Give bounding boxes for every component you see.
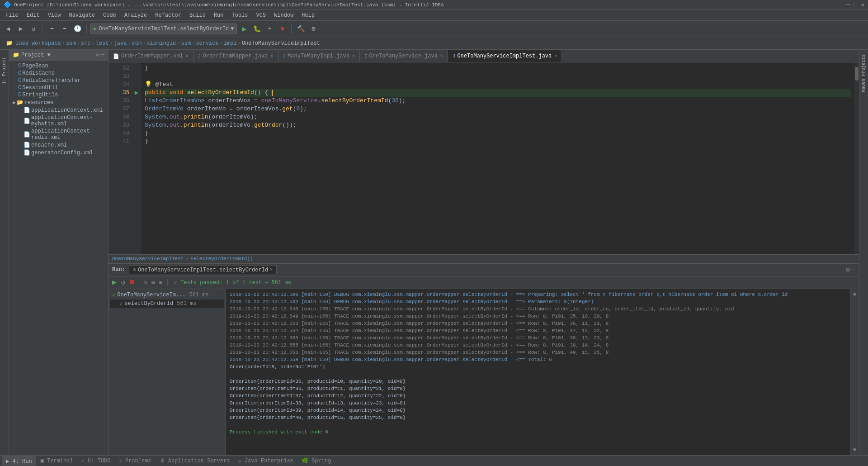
rerun-button[interactable]: ▶ bbox=[110, 278, 118, 287]
maven-tab[interactable]: Maven Projects bbox=[860, 52, 867, 95]
tree-resources[interactable]: ▶ 📂 resources bbox=[9, 99, 108, 106]
tab-close-3[interactable]: × bbox=[352, 54, 355, 59]
project-icon: 📁 bbox=[4, 38, 14, 49]
tree-rediscache[interactable]: C RedisCache bbox=[9, 70, 108, 77]
code-editor[interactable]: 32 33 34 35 36 37 38 39 40 41 ▶ bbox=[108, 62, 859, 254]
minimize-button[interactable]: — bbox=[847, 1, 850, 9]
xml-icon-3: 📄 bbox=[24, 131, 30, 138]
menu-view[interactable]: View bbox=[44, 11, 65, 19]
project-tab[interactable]: 1: Project bbox=[1, 54, 8, 87]
menu-navigate[interactable]: Navigate bbox=[65, 11, 99, 19]
run-tree-test[interactable]: ✓ selectByOrderId 561 ms bbox=[110, 300, 224, 308]
stop-run-button[interactable]: ■ bbox=[128, 278, 136, 286]
bottom-tab-todo[interactable]: ✓ 6: TODO bbox=[78, 456, 114, 465]
refresh-button[interactable]: ↺ bbox=[28, 24, 39, 34]
breadcrumb-impl[interactable]: impl bbox=[224, 40, 237, 47]
settings-button[interactable]: ⚙ bbox=[308, 24, 319, 34]
breadcrumb-xieminglu[interactable]: xieminglu bbox=[147, 40, 176, 47]
tab-close-2[interactable]: × bbox=[270, 54, 273, 59]
project-panel-header: 📁 Project ▼ ⚙ — bbox=[9, 50, 108, 61]
stop-button[interactable]: ■ bbox=[277, 24, 288, 34]
run-tab-close[interactable]: × bbox=[270, 267, 273, 272]
code-content-area[interactable]: } 💡 @Test public void selectByOrderItemI… bbox=[141, 62, 854, 254]
run-tree-suite[interactable]: ✓ OneToManyServiceIm... 561 ms bbox=[110, 291, 224, 300]
breadcrumb-src[interactable]: src bbox=[81, 40, 91, 47]
bottom-tab-javaenterprise[interactable]: ☕ Java Enterprise bbox=[235, 456, 297, 465]
maximize-button[interactable]: □ bbox=[854, 1, 857, 9]
tree-pagebean[interactable]: C PageBean bbox=[9, 62, 108, 70]
tab-manytomany[interactable]: J ManyToManyImpl.java × bbox=[278, 50, 360, 62]
tab-close-5[interactable]: × bbox=[554, 54, 557, 59]
run-tab-active[interactable]: ⊙ OneToManyServiceImplTest.selectByOrder… bbox=[129, 265, 277, 274]
build-button[interactable]: 🔨 bbox=[295, 24, 306, 34]
expand-all-button[interactable]: ⊞ bbox=[157, 279, 164, 286]
bottom-tab-problems[interactable]: ⚠ Problems bbox=[115, 456, 155, 465]
breadcrumb-ssm[interactable]: ssm bbox=[66, 40, 76, 47]
breadcrumb-class[interactable]: OneToManyServiceImplTest bbox=[242, 40, 320, 47]
menu-vcs[interactable]: VCS bbox=[253, 11, 270, 19]
menu-code[interactable]: Code bbox=[99, 11, 120, 19]
tree-appcontext[interactable]: 📄 applicationContext.xml bbox=[9, 106, 108, 114]
tree-appcontext-redis[interactable]: 📄 applicationContext-redis.xml bbox=[9, 128, 108, 141]
log-line-5: 2019-10-23 20:42:12.553 [main-165] TRACE… bbox=[230, 320, 846, 327]
close-button[interactable]: ✕ bbox=[861, 1, 864, 9]
editor-scrollbar[interactable] bbox=[854, 62, 859, 254]
menu-tools[interactable]: Tools bbox=[228, 11, 252, 19]
breadcrumb-workspace[interactable]: idea workspace bbox=[15, 40, 61, 47]
tree-rediscachetransfer[interactable]: C RedisCacheTransfer bbox=[9, 77, 108, 84]
scroll-down-icon[interactable]: ▼ bbox=[853, 447, 856, 453]
tab-onetomanyserviceimpltest[interactable]: J OneToManyServiceImplTest.java × bbox=[448, 50, 562, 62]
tree-ehcache[interactable]: 📄 ehcache.xml bbox=[9, 141, 108, 149]
window-controls[interactable]: — □ ✕ bbox=[847, 1, 864, 9]
back-button-2[interactable]: ⬅ bbox=[47, 24, 57, 34]
tree-generatorconfig[interactable]: 📄 generatorConfig.xml bbox=[9, 149, 108, 157]
tab-onetomanyservice[interactable]: I OneToManyService.java × bbox=[360, 50, 448, 62]
breadcrumb-test[interactable]: test bbox=[96, 40, 109, 47]
scrollbar-thumb[interactable] bbox=[855, 67, 859, 81]
menu-file[interactable]: File bbox=[2, 11, 22, 19]
tree-appcontext-mybatis[interactable]: 📄 applicationContext-mybatis.xml bbox=[9, 114, 108, 128]
rerun-failed-button[interactable]: ↺ bbox=[119, 278, 127, 287]
forward-button-2[interactable]: ➡ bbox=[59, 24, 70, 34]
log-line-9: 2019-10-23 20:42:12.556 [main-165] TRACE… bbox=[230, 349, 846, 356]
scroll-up-icon[interactable]: ▲ bbox=[853, 291, 856, 297]
run-config-dropdown[interactable]: ▶ OneToManyServiceImplTest.selectByOrder… bbox=[90, 24, 237, 34]
tree-sessionutil[interactable]: C SessionUtil bbox=[9, 84, 108, 91]
tree-stringutils[interactable]: C StringUtils bbox=[9, 91, 108, 99]
tab-label-4: OneToManyService.java bbox=[369, 53, 438, 59]
run-button[interactable]: ▶ bbox=[239, 24, 250, 34]
bottom-tab-run[interactable]: ▶ 4: Run bbox=[2, 456, 36, 466]
project-label: Project ▼ bbox=[21, 52, 51, 58]
debug-button[interactable]: 🐛 bbox=[251, 24, 262, 34]
nav-forward-button[interactable]: ▶ bbox=[15, 24, 26, 34]
sort-button[interactable]: ⇅ bbox=[142, 279, 149, 286]
tab-close-4[interactable]: × bbox=[440, 54, 443, 59]
tab-orderitemmapper-java[interactable]: J OrderItemMapper.java × bbox=[193, 50, 278, 62]
bottom-tab-spring[interactable]: 🌿 Spring bbox=[298, 456, 335, 465]
breadcrumb-service[interactable]: service bbox=[196, 40, 218, 47]
tab-close-1[interactable]: × bbox=[186, 54, 189, 59]
breadcrumb-ssm2[interactable]: ssm bbox=[181, 40, 191, 47]
run-minimize-icon[interactable]: — bbox=[852, 266, 855, 274]
bottom-tab-appservers[interactable]: 🖥 Application Servers bbox=[156, 456, 234, 465]
run-gutter-35[interactable]: ▶ bbox=[132, 89, 141, 97]
menu-analyze[interactable]: Analyze bbox=[121, 11, 151, 19]
collapse-icon[interactable]: — bbox=[101, 52, 104, 58]
sync-icon[interactable]: ⚙ bbox=[96, 52, 99, 58]
breadcrumb-com[interactable]: com bbox=[132, 40, 142, 47]
tab-orderitemmapper-xml[interactable]: 📄 OrderItemMapper.xml × bbox=[108, 50, 193, 62]
menu-run[interactable]: Run bbox=[210, 11, 227, 19]
coverage-button[interactable]: ☂ bbox=[264, 24, 275, 34]
menu-help[interactable]: Help bbox=[298, 11, 318, 19]
menu-build[interactable]: Build bbox=[186, 11, 209, 19]
menu-window[interactable]: Window bbox=[270, 11, 297, 19]
breadcrumb-java[interactable]: java bbox=[114, 40, 127, 47]
nav-back-button[interactable]: ◀ bbox=[3, 24, 14, 34]
menu-edit[interactable]: Edit bbox=[23, 11, 43, 19]
menu-refactor[interactable]: Refactor bbox=[151, 11, 185, 19]
run-gutter-40 bbox=[132, 129, 141, 138]
filter-button[interactable]: ⊟ bbox=[150, 279, 156, 286]
bottom-tab-terminal[interactable]: ▣ Terminal bbox=[37, 456, 77, 465]
recent-files-button[interactable]: 🕐 bbox=[72, 24, 83, 34]
run-settings-icon[interactable]: ⚙ bbox=[846, 266, 849, 274]
